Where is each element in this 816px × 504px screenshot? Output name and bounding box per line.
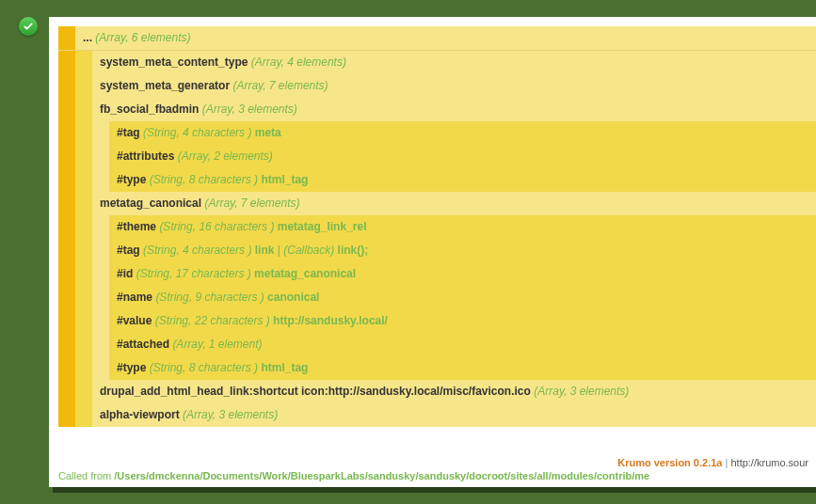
row-value: html_tag: [261, 361, 308, 374]
indent-bar: [58, 26, 75, 50]
tree-row[interactable]: #tag (String, 4 characters ) link | (Cal…: [58, 238, 816, 261]
tree-row[interactable]: #tag (String, 4 characters ) meta: [58, 120, 816, 144]
row-key: drupal_add_html_head_link:shortcut icon:…: [100, 385, 531, 398]
row-callback-value: link();: [334, 244, 368, 257]
row-meta: (String, 8 characters ): [150, 361, 258, 374]
row-key: ...: [83, 31, 92, 44]
krumo-url[interactable]: http://krumo.sour: [730, 457, 808, 468]
row-meta: (String, 16 characters ): [159, 220, 274, 233]
tree-row[interactable]: drupal_add_html_head_link:shortcut icon:…: [58, 379, 816, 402]
row-content: system_meta_generator (Array, 7 elements…: [92, 74, 816, 98]
row-content: #id (String, 17 characters ) metatag_can…: [109, 262, 816, 286]
row-content: #name (String, 9 characters ) canonical: [109, 286, 816, 309]
indent-bar: [58, 215, 109, 239]
called-from-label: Called from: [58, 470, 114, 481]
tree-row[interactable]: alpha-viewport (Array, 3 elements): [58, 402, 816, 426]
indent-bar: [58, 403, 92, 427]
row-content: ... (Array, 6 elements): [75, 26, 816, 50]
tree-row[interactable]: #theme (String, 16 characters ) metatag_…: [58, 214, 816, 238]
row-key: system_meta_content_type: [100, 55, 248, 69]
row-content: #attributes (Array, 2 elements): [109, 145, 816, 168]
row-meta: (String, 4 characters ): [143, 244, 251, 257]
tree-row[interactable]: system_meta_generator (Array, 7 elements…: [58, 73, 816, 97]
indent-bar: [58, 74, 92, 98]
row-content: metatag_canonical (Array, 7 elements): [92, 192, 816, 215]
row-content: fb_social_fbadmin (Array, 3 elements): [92, 98, 816, 121]
tree-row[interactable]: #value (String, 22 characters ) http://s…: [58, 308, 816, 332]
row-key: #type: [117, 173, 146, 186]
indent-bar: [58, 309, 109, 333]
row-key: #name: [117, 291, 152, 304]
indent-bar: [58, 98, 92, 121]
row-value: canonical: [267, 291, 319, 304]
row-meta: (String, 8 characters ): [150, 173, 258, 186]
indent-bar: [58, 333, 109, 356]
row-value: metatag_canonical: [254, 267, 356, 280]
tree-row[interactable]: #type (String, 8 characters ) html_tag: [58, 355, 816, 379]
row-meta: (Array, 3 elements): [534, 385, 629, 398]
indent-bar: [58, 145, 109, 168]
indent-bar: [58, 239, 109, 262]
row-meta: (String, 4 characters ): [143, 126, 251, 139]
row-key: #type: [117, 361, 146, 374]
row-meta: (Array, 3 elements): [202, 102, 297, 116]
row-separator: |: [274, 244, 283, 257]
row-key: system_meta_generator: [100, 79, 230, 92]
row-key: alpha-viewport: [100, 408, 180, 421]
row-meta: (Array, 4 elements): [251, 55, 346, 69]
tree-row[interactable]: fb_social_fbadmin (Array, 3 elements): [58, 97, 816, 120]
row-key: #tag: [117, 244, 140, 257]
row-value: html_tag: [261, 173, 308, 186]
row-value: http://sandusky.local/: [273, 314, 388, 327]
krumo-footer: Krumo version 0.2.1a | http://krumo.sour…: [49, 451, 816, 487]
row-meta: (String, 22 characters ): [155, 314, 270, 327]
row-content: #attached (Array, 1 element): [109, 333, 816, 356]
row-key: #theme: [117, 220, 156, 233]
row-value: metatag_link_rel: [278, 220, 367, 233]
row-meta: (Array, 7 elements): [232, 79, 328, 92]
row-key: #attributes: [117, 150, 174, 163]
row-content: #type (String, 8 characters ) html_tag: [109, 356, 816, 380]
row-meta: (String, 9 characters ): [155, 291, 264, 304]
row-key: #attached: [117, 338, 169, 351]
row-key: #id: [117, 267, 133, 280]
tree-row[interactable]: ... (Array, 6 elements): [58, 26, 816, 50]
row-content: #theme (String, 16 characters ) metatag_…: [109, 215, 816, 239]
row-key: fb_social_fbadmin: [100, 102, 199, 116]
indent-bar: [58, 356, 109, 380]
tree-row[interactable]: #name (String, 9 characters ) canonical: [58, 285, 816, 308]
called-from-path: /Users/dmckenna/Documents/Work/Bluespark…: [114, 470, 649, 481]
row-meta: (Array, 1 element): [172, 338, 262, 351]
row-meta: (Array, 6 elements): [95, 31, 190, 44]
row-content: #tag (String, 4 characters ) link | (Cal…: [109, 239, 816, 262]
row-meta: (Array, 2 elements): [178, 150, 273, 163]
indent-bar: [58, 168, 109, 192]
called-from: Called from /Users/dmckenna/Documents/Wo…: [58, 470, 808, 481]
indent-bar: [58, 380, 92, 403]
row-key: #tag: [117, 126, 140, 139]
status-ok-icon: [19, 17, 38, 36]
row-key: metatag_canonical: [100, 197, 201, 210]
tree-row[interactable]: system_meta_content_type (Array, 4 eleme…: [58, 50, 816, 73]
row-content: #type (String, 8 characters ) html_tag: [109, 168, 816, 192]
krumo-panel: ... (Array, 6 elements)system_meta_conte…: [49, 17, 816, 487]
tree-row[interactable]: #attributes (Array, 2 elements): [58, 144, 816, 167]
row-content: #tag (String, 4 characters ) meta: [109, 121, 816, 145]
row-meta: (Array, 3 elements): [183, 408, 278, 421]
tree-row[interactable]: metatag_canonical (Array, 7 elements): [58, 191, 816, 214]
dump-tree: ... (Array, 6 elements)system_meta_conte…: [58, 26, 816, 449]
tree-row[interactable]: #type (String, 8 characters ) html_tag: [58, 167, 816, 191]
indent-bar: [58, 286, 109, 309]
indent-bar: [58, 262, 109, 286]
tree-row[interactable]: #id (String, 17 characters ) metatag_can…: [58, 261, 816, 285]
row-content: #value (String, 22 characters ) http://s…: [109, 309, 816, 333]
row-content: drupal_add_html_head_link:shortcut icon:…: [92, 380, 816, 403]
row-content: system_meta_content_type (Array, 4 eleme…: [92, 51, 816, 74]
indent-bar: [58, 121, 109, 145]
tree-row[interactable]: #attached (Array, 1 element): [58, 332, 816, 355]
row-key: #value: [117, 314, 152, 327]
indent-bar: [58, 192, 92, 215]
krumo-version: Krumo version 0.2.1a: [617, 457, 722, 468]
row-content: alpha-viewport (Array, 3 elements): [92, 403, 816, 427]
row-callback-label: (Callback): [283, 244, 334, 257]
